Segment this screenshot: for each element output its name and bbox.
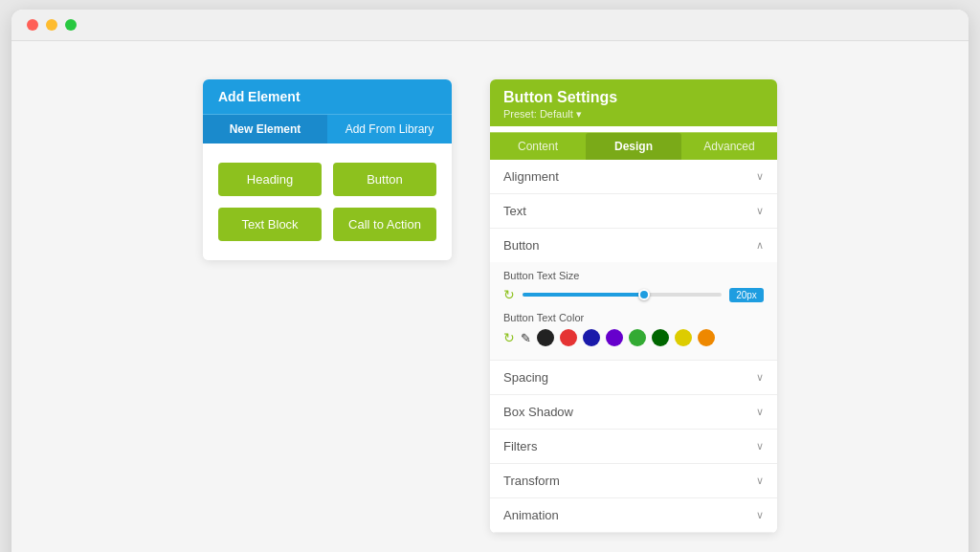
box-shadow-label: Box Shadow bbox=[503, 405, 573, 419]
color-purple[interactable] bbox=[606, 329, 623, 346]
animation-label: Animation bbox=[503, 508, 559, 522]
tab-add-from-library[interactable]: Add From Library bbox=[327, 115, 452, 144]
accordion-button: Button ∧ Button Text Size ↻ 20px bbox=[490, 229, 777, 361]
chevron-animation: ∨ bbox=[756, 509, 764, 521]
slider-min-icon: ↻ bbox=[503, 287, 515, 302]
accordion-filters: Filters ∨ bbox=[490, 430, 777, 464]
button-button[interactable]: Button bbox=[333, 163, 436, 196]
color-black[interactable] bbox=[537, 329, 554, 346]
panel-tabs: New Element Add From Library bbox=[203, 114, 452, 144]
spacing-label: Spacing bbox=[503, 370, 548, 385]
settings-preset[interactable]: Preset: Default ▾ bbox=[503, 108, 764, 121]
slider-container: ↻ 20px bbox=[503, 287, 764, 302]
traffic-light-red[interactable] bbox=[27, 19, 38, 31]
size-value-badge: 20px bbox=[729, 288, 764, 302]
text-size-label: Button Text Size bbox=[503, 270, 764, 281]
text-label: Text bbox=[503, 204, 526, 218]
tab-advanced[interactable]: Advanced bbox=[681, 133, 777, 160]
chevron-button: ∧ bbox=[756, 239, 764, 252]
tab-content[interactable]: Content bbox=[490, 133, 586, 160]
button-section-label: Button bbox=[503, 238, 540, 253]
accordion-header-box-shadow[interactable]: Box Shadow ∨ bbox=[490, 395, 777, 429]
color-orange[interactable] bbox=[698, 329, 715, 346]
heading-button[interactable]: Heading bbox=[218, 163, 322, 196]
text-size-slider[interactable] bbox=[523, 293, 722, 297]
accordion-header-filters[interactable]: Filters ∨ bbox=[490, 430, 777, 463]
accordion-header-transform[interactable]: Transform ∨ bbox=[490, 464, 777, 497]
traffic-light-green[interactable] bbox=[65, 19, 77, 31]
color-label: Button Text Color bbox=[503, 312, 764, 323]
color-dark-blue[interactable] bbox=[583, 329, 600, 346]
alignment-label: Alignment bbox=[503, 169, 559, 184]
chevron-text: ∨ bbox=[756, 205, 764, 217]
chevron-box-shadow: ∨ bbox=[756, 406, 764, 418]
tab-design[interactable]: Design bbox=[586, 133, 681, 160]
accordion-box-shadow: Box Shadow ∨ bbox=[490, 395, 777, 430]
color-swatches: ↻ ✎ bbox=[503, 329, 764, 346]
accordion-animation: Animation ∨ bbox=[490, 498, 777, 533]
slider-thumb bbox=[638, 289, 650, 300]
chevron-spacing: ∨ bbox=[756, 371, 764, 384]
color-red[interactable] bbox=[560, 329, 577, 346]
accordion-alignment: Alignment ∨ bbox=[490, 160, 777, 194]
accordion-text: Text ∨ bbox=[490, 194, 777, 229]
color-picker-icon[interactable]: ✎ bbox=[521, 331, 531, 345]
chevron-alignment: ∨ bbox=[756, 170, 764, 183]
color-dark-green[interactable] bbox=[652, 329, 669, 346]
browser-titlebar bbox=[11, 10, 969, 41]
tab-new-element[interactable]: New Element bbox=[203, 115, 327, 144]
settings-tabs: Content Design Advanced bbox=[490, 132, 777, 160]
slider-fill bbox=[523, 293, 642, 297]
settings-header: Button Settings Preset: Default ▾ bbox=[490, 79, 777, 126]
button-settings-content: Button Text Size ↻ 20px Button Text Colo… bbox=[490, 262, 777, 360]
color-reset-icon[interactable]: ↻ bbox=[503, 330, 515, 345]
traffic-light-yellow[interactable] bbox=[46, 19, 57, 31]
add-element-panel: Add Element New Element Add From Library… bbox=[203, 79, 452, 260]
text-block-button[interactable]: Text Block bbox=[218, 208, 322, 241]
settings-panel: Button Settings Preset: Default ▾ Conten… bbox=[490, 79, 777, 533]
accordion-header-text[interactable]: Text ∨ bbox=[490, 194, 777, 228]
settings-body: Alignment ∨ Text ∨ Button ∧ bbox=[490, 160, 777, 533]
element-buttons-grid: Heading Button Text Block Call to Action bbox=[203, 144, 452, 260]
chevron-transform: ∨ bbox=[756, 475, 764, 487]
transform-label: Transform bbox=[503, 474, 560, 488]
settings-title: Button Settings bbox=[503, 89, 764, 106]
call-to-action-button[interactable]: Call to Action bbox=[333, 208, 436, 241]
filters-label: Filters bbox=[503, 439, 537, 453]
accordion-transform: Transform ∨ bbox=[490, 464, 777, 498]
chevron-filters: ∨ bbox=[756, 440, 764, 453]
browser-content: Add Element New Element Add From Library… bbox=[11, 41, 969, 552]
accordion-header-spacing[interactable]: Spacing ∨ bbox=[490, 361, 777, 394]
browser-window: Add Element New Element Add From Library… bbox=[11, 10, 969, 552]
accordion-header-animation[interactable]: Animation ∨ bbox=[490, 498, 777, 532]
accordion-header-button[interactable]: Button ∧ bbox=[490, 229, 777, 262]
color-yellow[interactable] bbox=[675, 329, 692, 346]
accordion-spacing: Spacing ∨ bbox=[490, 361, 777, 395]
add-element-title: Add Element bbox=[203, 79, 452, 114]
accordion-header-alignment[interactable]: Alignment ∨ bbox=[490, 160, 777, 193]
color-green[interactable] bbox=[629, 329, 646, 346]
